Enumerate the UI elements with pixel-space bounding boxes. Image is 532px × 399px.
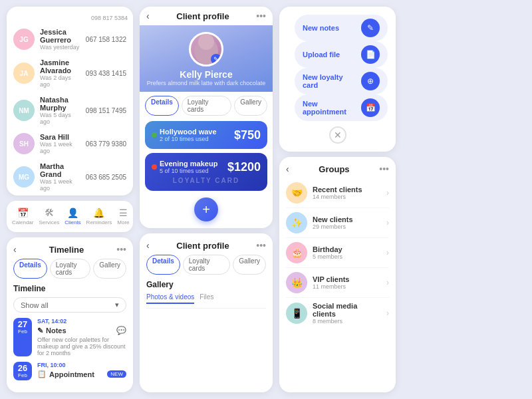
group-item[interactable]: 📱 Social media clients 8 members › <box>286 298 389 329</box>
chevron-right-icon: › <box>386 278 389 287</box>
profile-tab-gallery[interactable]: Gallery <box>234 96 267 116</box>
group-info: Social media clients 8 members <box>313 302 381 325</box>
timeline-entry-content: FRI, 10:00 📋 Appointment NEW <box>37 362 126 380</box>
group-avatar: ✨ <box>286 212 307 233</box>
contact-phone: 063 685 2505 <box>86 174 126 181</box>
profile-card-title: Client profile <box>176 11 229 21</box>
groups-header: ‹ Groups ••• <box>286 164 389 174</box>
tab-gallery[interactable]: Gallery <box>93 259 126 279</box>
contact-time: Was 5 days ago <box>40 112 80 125</box>
chevron-right-icon: › <box>386 248 389 257</box>
loyalty-card-1[interactable]: Hollywood wave 2 of 10 times used $750 <box>145 121 267 149</box>
group-avatar: 🤝 <box>286 182 307 203</box>
service-1-name: Hollywood wave <box>160 128 217 136</box>
group-info: VIP clients 11 members <box>313 275 381 290</box>
group-item[interactable]: ✨ New clients 29 members › <box>286 208 389 238</box>
contact-info: Sara Hill Was 1 week ago <box>40 133 80 154</box>
profile-avatar[interactable] <box>189 32 223 66</box>
group-info: Recent clients 14 members <box>313 186 381 200</box>
group-name: VIP clients <box>313 275 381 283</box>
nav-item-services[interactable]: 🛠 Services <box>36 206 62 227</box>
gallery-subtabs: Photos & videos Files <box>146 293 266 309</box>
gallery-card-title: Client profile <box>176 241 229 251</box>
active-dot-2 <box>152 164 157 170</box>
timeline-back-button[interactable]: ‹ <box>13 244 17 255</box>
group-info: Birthday 5 members <box>313 245 381 260</box>
contact-item[interactable]: JG Jessica Guerrero Was yesterday 067 15… <box>7 24 133 55</box>
profile-card-header: ‹ Client profile ••• <box>140 7 273 25</box>
action-icon: ⊕ <box>361 72 380 90</box>
timeline-menu-button[interactable]: ••• <box>116 244 126 255</box>
contact-item[interactable]: MG Martha Grand Was 1 week ago 063 685 2… <box>7 158 133 196</box>
gallery-tab-loyalty[interactable]: Loyalty cards <box>183 255 231 275</box>
add-loyalty-button[interactable]: + <box>194 198 218 221</box>
tab-details[interactable]: Details <box>13 259 47 279</box>
nav-item-calendar[interactable]: 📅 Calendar <box>9 206 36 227</box>
timeline-entries: 27 Feb SAT, 14:02 ✎ Notes 💬 Offer new co… <box>13 318 126 380</box>
gallery-card: ‹ Client profile ••• Details Loyalty car… <box>140 233 273 392</box>
timeline-entry-type: ✎ Notes <box>37 327 66 335</box>
gallery-back-button[interactable]: ‹ <box>146 240 150 251</box>
right-panel: New notes ✎ Upload file 📄 New loyalty ca… <box>279 7 396 392</box>
chat-icon[interactable]: 💬 <box>116 326 126 335</box>
left-panel: 098 817 5384 JG Jessica Guerrero Was yes… <box>7 7 133 392</box>
gallery-tab-details[interactable]: Details <box>146 255 180 275</box>
profile-tab-details[interactable]: Details <box>145 96 179 116</box>
contact-item[interactable]: JA Jasmine Alvarado Was 2 days ago 093 4… <box>7 55 133 92</box>
timeline-title: Timeline <box>49 245 84 255</box>
actions-card: New notes ✎ Upload file 📄 New loyalty ca… <box>279 7 396 152</box>
action-btn-new-loyalty-card[interactable]: New loyalty card ⊕ <box>295 68 388 94</box>
chevron-right-icon: › <box>386 188 389 198</box>
profile-tab-loyalty[interactable]: Loyalty cards <box>182 96 232 116</box>
loyalty-card-2[interactable]: Evening makeup 5 of 10 times used $1200 … <box>145 153 267 191</box>
nav-icon: 👤 <box>67 207 78 218</box>
action-btn-new-appointment[interactable]: New appointment 📅 <box>295 94 388 121</box>
gallery-tab-gallery[interactable]: Gallery <box>233 255 266 275</box>
profile-back-button[interactable]: ‹ <box>146 11 150 21</box>
action-icon: 📄 <box>361 45 380 64</box>
gallery-files-tab[interactable]: Files <box>200 293 213 304</box>
nav-icon: 🛠 <box>45 207 54 218</box>
gallery-menu-button[interactable]: ••• <box>256 240 266 251</box>
groups-container: 🤝 Recent clients 14 members › ✨ New clie… <box>286 178 389 329</box>
action-btn-upload-file[interactable]: Upload file 📄 <box>295 41 388 68</box>
group-item[interactable]: 🎂 Birthday 5 members › <box>286 238 389 268</box>
active-dot-1 <box>152 132 157 138</box>
timeline-entry-desc: Offer new color palettes for makeup and … <box>37 336 126 356</box>
timeline-section-title: Timeline <box>13 284 126 293</box>
contact-item[interactable]: NM Natasha Murphy Was 5 days ago 098 151… <box>7 92 133 129</box>
date-month: Feb <box>17 329 29 334</box>
tab-loyalty[interactable]: Loyalty cards <box>50 259 91 279</box>
groups-back-button[interactable]: ‹ <box>286 164 289 174</box>
service-2-price: $1200 <box>227 160 261 174</box>
date-number: 27 <box>17 320 29 329</box>
action-icon: ✎ <box>361 19 380 37</box>
timeline-header: ‹ Timeline ••• <box>13 244 126 255</box>
date-number: 26 <box>17 364 29 372</box>
chevron-right-icon: › <box>386 309 389 318</box>
contact-time: Was 1 week ago <box>40 141 80 154</box>
action-label: New appointment <box>303 100 357 116</box>
gallery-section-title: Gallery <box>146 280 266 289</box>
profile-menu-button[interactable]: ••• <box>256 11 266 21</box>
nav-item-clients[interactable]: 👤 Clients <box>62 206 83 227</box>
contact-phone: 098 151 7495 <box>86 107 126 114</box>
contact-item[interactable]: SH Sara Hill Was 1 week ago 063 779 9380 <box>7 129 133 158</box>
group-item[interactable]: 👑 VIP clients 11 members › <box>286 268 389 298</box>
nav-item-more[interactable]: ☰ More <box>114 206 132 227</box>
groups-menu-button[interactable]: ••• <box>379 164 389 174</box>
close-actions-button[interactable]: ✕ <box>329 126 346 144</box>
group-avatar: 🎂 <box>286 242 307 263</box>
timeline-entry-row: ✎ Notes 💬 <box>37 326 126 335</box>
contacts-list: 098 817 5384 <box>7 12 133 24</box>
group-item[interactable]: 🤝 Recent clients 14 members › <box>286 178 389 208</box>
timeline-tabs: Details Loyalty cards Gallery <box>13 259 126 279</box>
timeline-filter[interactable]: Show all ▾ <box>13 297 126 313</box>
contact-name: Jasmine Alvarado <box>40 59 80 74</box>
nav-item-reminders[interactable]: 🔔 Reminders <box>84 206 115 227</box>
action-btn-new-notes[interactable]: New notes ✎ <box>295 15 388 41</box>
nav-label: Calendar <box>12 219 33 225</box>
gallery-photos-tab[interactable]: Photos & videos <box>146 293 194 304</box>
contact-phone: 063 779 9380 <box>86 140 126 148</box>
contact-info: Natasha Murphy Was 5 days ago <box>40 96 80 125</box>
